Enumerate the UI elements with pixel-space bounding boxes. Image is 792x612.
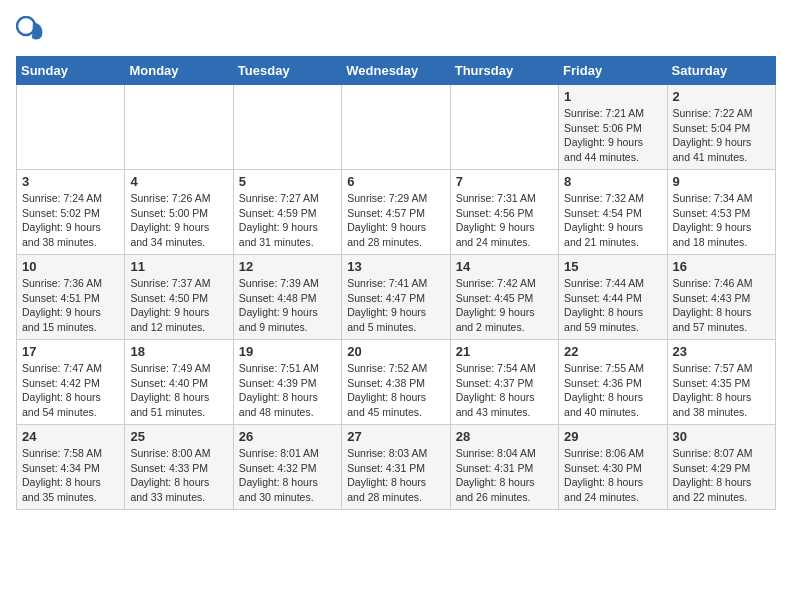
calendar-cell: 13Sunrise: 7:41 AM Sunset: 4:47 PM Dayli… (342, 255, 450, 340)
weekday-header-thursday: Thursday (450, 57, 558, 85)
calendar-cell: 10Sunrise: 7:36 AM Sunset: 4:51 PM Dayli… (17, 255, 125, 340)
cell-content: Sunrise: 7:41 AM Sunset: 4:47 PM Dayligh… (347, 276, 444, 335)
day-number: 20 (347, 344, 444, 359)
week-row-1: 1Sunrise: 7:21 AM Sunset: 5:06 PM Daylig… (17, 85, 776, 170)
calendar-cell: 21Sunrise: 7:54 AM Sunset: 4:37 PM Dayli… (450, 340, 558, 425)
calendar-cell: 1Sunrise: 7:21 AM Sunset: 5:06 PM Daylig… (559, 85, 667, 170)
day-number: 29 (564, 429, 661, 444)
calendar-cell: 11Sunrise: 7:37 AM Sunset: 4:50 PM Dayli… (125, 255, 233, 340)
logo (16, 16, 48, 44)
day-number: 18 (130, 344, 227, 359)
day-number: 10 (22, 259, 119, 274)
day-number: 15 (564, 259, 661, 274)
weekday-header-tuesday: Tuesday (233, 57, 341, 85)
day-number: 23 (673, 344, 770, 359)
day-number: 25 (130, 429, 227, 444)
weekday-header-row: SundayMondayTuesdayWednesdayThursdayFrid… (17, 57, 776, 85)
calendar-cell: 12Sunrise: 7:39 AM Sunset: 4:48 PM Dayli… (233, 255, 341, 340)
cell-content: Sunrise: 7:32 AM Sunset: 4:54 PM Dayligh… (564, 191, 661, 250)
day-number: 21 (456, 344, 553, 359)
calendar-cell: 24Sunrise: 7:58 AM Sunset: 4:34 PM Dayli… (17, 425, 125, 510)
weekday-header-sunday: Sunday (17, 57, 125, 85)
day-number: 27 (347, 429, 444, 444)
weekday-header-wednesday: Wednesday (342, 57, 450, 85)
day-number: 12 (239, 259, 336, 274)
cell-content: Sunrise: 7:39 AM Sunset: 4:48 PM Dayligh… (239, 276, 336, 335)
calendar-cell: 19Sunrise: 7:51 AM Sunset: 4:39 PM Dayli… (233, 340, 341, 425)
week-row-3: 10Sunrise: 7:36 AM Sunset: 4:51 PM Dayli… (17, 255, 776, 340)
cell-content: Sunrise: 7:55 AM Sunset: 4:36 PM Dayligh… (564, 361, 661, 420)
week-row-5: 24Sunrise: 7:58 AM Sunset: 4:34 PM Dayli… (17, 425, 776, 510)
calendar-cell: 7Sunrise: 7:31 AM Sunset: 4:56 PM Daylig… (450, 170, 558, 255)
cell-content: Sunrise: 7:36 AM Sunset: 4:51 PM Dayligh… (22, 276, 119, 335)
cell-content: Sunrise: 7:31 AM Sunset: 4:56 PM Dayligh… (456, 191, 553, 250)
cell-content: Sunrise: 7:27 AM Sunset: 4:59 PM Dayligh… (239, 191, 336, 250)
calendar-cell: 27Sunrise: 8:03 AM Sunset: 4:31 PM Dayli… (342, 425, 450, 510)
cell-content: Sunrise: 7:44 AM Sunset: 4:44 PM Dayligh… (564, 276, 661, 335)
week-row-4: 17Sunrise: 7:47 AM Sunset: 4:42 PM Dayli… (17, 340, 776, 425)
day-number: 3 (22, 174, 119, 189)
calendar-cell: 2Sunrise: 7:22 AM Sunset: 5:04 PM Daylig… (667, 85, 775, 170)
day-number: 22 (564, 344, 661, 359)
day-number: 6 (347, 174, 444, 189)
cell-content: Sunrise: 7:26 AM Sunset: 5:00 PM Dayligh… (130, 191, 227, 250)
day-number: 7 (456, 174, 553, 189)
week-row-2: 3Sunrise: 7:24 AM Sunset: 5:02 PM Daylig… (17, 170, 776, 255)
calendar-cell: 20Sunrise: 7:52 AM Sunset: 4:38 PM Dayli… (342, 340, 450, 425)
day-number: 24 (22, 429, 119, 444)
cell-content: Sunrise: 7:46 AM Sunset: 4:43 PM Dayligh… (673, 276, 770, 335)
cell-content: Sunrise: 7:42 AM Sunset: 4:45 PM Dayligh… (456, 276, 553, 335)
cell-content: Sunrise: 7:51 AM Sunset: 4:39 PM Dayligh… (239, 361, 336, 420)
cell-content: Sunrise: 7:54 AM Sunset: 4:37 PM Dayligh… (456, 361, 553, 420)
day-number: 16 (673, 259, 770, 274)
cell-content: Sunrise: 8:00 AM Sunset: 4:33 PM Dayligh… (130, 446, 227, 505)
calendar-cell: 4Sunrise: 7:26 AM Sunset: 5:00 PM Daylig… (125, 170, 233, 255)
cell-content: Sunrise: 8:03 AM Sunset: 4:31 PM Dayligh… (347, 446, 444, 505)
cell-content: Sunrise: 8:07 AM Sunset: 4:29 PM Dayligh… (673, 446, 770, 505)
cell-content: Sunrise: 7:29 AM Sunset: 4:57 PM Dayligh… (347, 191, 444, 250)
day-number: 17 (22, 344, 119, 359)
calendar-cell: 16Sunrise: 7:46 AM Sunset: 4:43 PM Dayli… (667, 255, 775, 340)
calendar-cell: 5Sunrise: 7:27 AM Sunset: 4:59 PM Daylig… (233, 170, 341, 255)
calendar-cell: 14Sunrise: 7:42 AM Sunset: 4:45 PM Dayli… (450, 255, 558, 340)
calendar-cell: 26Sunrise: 8:01 AM Sunset: 4:32 PM Dayli… (233, 425, 341, 510)
calendar-cell: 30Sunrise: 8:07 AM Sunset: 4:29 PM Dayli… (667, 425, 775, 510)
day-number: 9 (673, 174, 770, 189)
weekday-header-friday: Friday (559, 57, 667, 85)
cell-content: Sunrise: 7:57 AM Sunset: 4:35 PM Dayligh… (673, 361, 770, 420)
calendar-cell: 8Sunrise: 7:32 AM Sunset: 4:54 PM Daylig… (559, 170, 667, 255)
calendar-cell: 28Sunrise: 8:04 AM Sunset: 4:31 PM Dayli… (450, 425, 558, 510)
cell-content: Sunrise: 8:04 AM Sunset: 4:31 PM Dayligh… (456, 446, 553, 505)
cell-content: Sunrise: 8:01 AM Sunset: 4:32 PM Dayligh… (239, 446, 336, 505)
weekday-header-saturday: Saturday (667, 57, 775, 85)
day-number: 26 (239, 429, 336, 444)
calendar-cell (342, 85, 450, 170)
calendar-cell (450, 85, 558, 170)
day-number: 2 (673, 89, 770, 104)
cell-content: Sunrise: 7:58 AM Sunset: 4:34 PM Dayligh… (22, 446, 119, 505)
calendar-cell: 18Sunrise: 7:49 AM Sunset: 4:40 PM Dayli… (125, 340, 233, 425)
calendar-cell: 9Sunrise: 7:34 AM Sunset: 4:53 PM Daylig… (667, 170, 775, 255)
day-number: 8 (564, 174, 661, 189)
calendar-cell: 15Sunrise: 7:44 AM Sunset: 4:44 PM Dayli… (559, 255, 667, 340)
weekday-header-monday: Monday (125, 57, 233, 85)
calendar-cell (17, 85, 125, 170)
day-number: 30 (673, 429, 770, 444)
calendar-cell: 23Sunrise: 7:57 AM Sunset: 4:35 PM Dayli… (667, 340, 775, 425)
calendar-cell: 3Sunrise: 7:24 AM Sunset: 5:02 PM Daylig… (17, 170, 125, 255)
day-number: 1 (564, 89, 661, 104)
cell-content: Sunrise: 7:24 AM Sunset: 5:02 PM Dayligh… (22, 191, 119, 250)
cell-content: Sunrise: 7:21 AM Sunset: 5:06 PM Dayligh… (564, 106, 661, 165)
day-number: 13 (347, 259, 444, 274)
calendar-cell (125, 85, 233, 170)
day-number: 19 (239, 344, 336, 359)
calendar-cell: 6Sunrise: 7:29 AM Sunset: 4:57 PM Daylig… (342, 170, 450, 255)
cell-content: Sunrise: 7:37 AM Sunset: 4:50 PM Dayligh… (130, 276, 227, 335)
calendar-cell: 17Sunrise: 7:47 AM Sunset: 4:42 PM Dayli… (17, 340, 125, 425)
cell-content: Sunrise: 7:34 AM Sunset: 4:53 PM Dayligh… (673, 191, 770, 250)
calendar-cell: 25Sunrise: 8:00 AM Sunset: 4:33 PM Dayli… (125, 425, 233, 510)
cell-content: Sunrise: 8:06 AM Sunset: 4:30 PM Dayligh… (564, 446, 661, 505)
calendar-cell: 22Sunrise: 7:55 AM Sunset: 4:36 PM Dayli… (559, 340, 667, 425)
day-number: 14 (456, 259, 553, 274)
cell-content: Sunrise: 7:47 AM Sunset: 4:42 PM Dayligh… (22, 361, 119, 420)
